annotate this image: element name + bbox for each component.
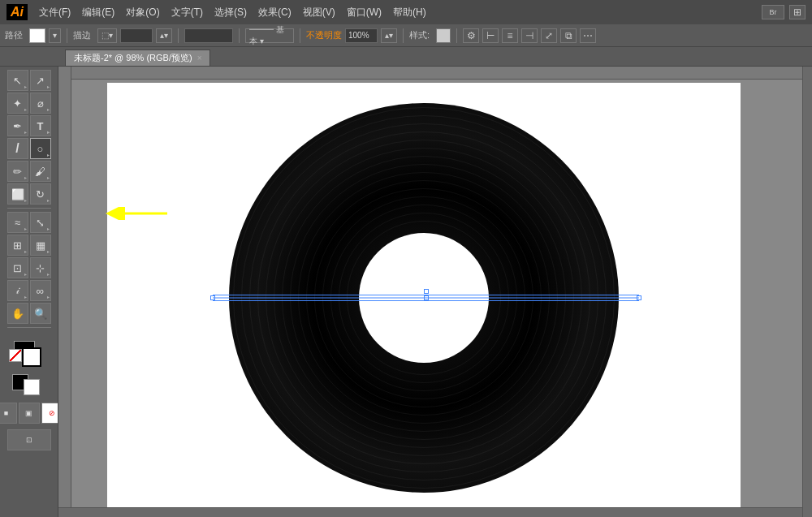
divider-2 <box>178 28 179 43</box>
none-mode-btn[interactable]: ⊘ <box>41 403 59 424</box>
sel-bottom-line <box>213 300 639 301</box>
warp-tool[interactable]: ≈▸ <box>7 212 28 233</box>
vinyl-record <box>229 103 619 493</box>
divider-1 <box>67 28 67 43</box>
tool-row-9: ⊡▸ ⊹▸ <box>7 257 51 278</box>
eraser-tool[interactable]: ⬜▸ <box>7 183 28 205</box>
menu-help[interactable]: 帮助(H) <box>388 4 431 21</box>
menu-file[interactable]: 文件(F) <box>34 4 76 21</box>
eyedropper-tool[interactable]: 𝒾▸ <box>7 280 28 301</box>
ellipse-tool[interactable]: ○▸ <box>30 138 51 159</box>
tool-row-4: / ○▸ <box>7 138 51 159</box>
tool-row-7: ≈▸ ⤡▸ <box>7 212 51 233</box>
divider-6 <box>456 28 457 43</box>
tool-row-1: ↖▸ ↗▸ <box>7 70 51 91</box>
menu-effect[interactable]: 效果(C) <box>253 4 296 21</box>
tool-row-6: ⬜▸ ↻▸ <box>7 183 51 205</box>
select-tool[interactable]: ↖▸ <box>7 70 28 91</box>
document-tab[interactable]: 未标题-2* @ 98% (RGB/预览) × <box>65 50 210 66</box>
extra-tool[interactable]: ⊡ <box>7 429 51 450</box>
stroke-color-btn[interactable] <box>29 28 45 43</box>
transform-btn[interactable]: ⤢ <box>541 28 557 43</box>
opacity-arrow[interactable]: ▴▾ <box>381 28 397 43</box>
lasso-tool[interactable]: ⌀▸ <box>30 93 51 114</box>
tool-row-11: ✋ 🔍 <box>7 303 51 324</box>
pen-tool[interactable]: ✒▸ <box>7 115 28 136</box>
bridge-btn[interactable]: Br <box>762 5 784 19</box>
artboard-tool[interactable]: ⊡▸ <box>7 257 28 278</box>
ai-logo: Ai <box>6 4 28 20</box>
align-center-btn[interactable]: ≡ <box>502 28 518 43</box>
type-tool[interactable]: T▸ <box>30 115 51 136</box>
stroke-input-arrow[interactable]: ▴▾ <box>156 28 172 43</box>
menu-edit[interactable]: 编辑(E) <box>77 4 119 21</box>
title-right: Br ⊞ <box>762 5 806 19</box>
settings-btn[interactable]: ⚙ <box>463 28 479 43</box>
blend-tool[interactable]: ∞▸ <box>30 280 51 301</box>
ruler-vertical <box>58 67 71 507</box>
divider-4 <box>300 28 300 43</box>
direct-select-tool[interactable]: ↗▸ <box>30 70 51 91</box>
scale-tool[interactable]: ⤡▸ <box>30 212 51 233</box>
opacity-label: 不透明度 <box>306 29 342 41</box>
stroke-dropdown-btn[interactable]: ▾ <box>49 28 61 43</box>
white-swatch[interactable] <box>24 379 40 395</box>
more-btn[interactable]: ⋯ <box>580 28 596 43</box>
right-scrollbar[interactable] <box>802 67 812 517</box>
stroke-style-input[interactable] <box>184 28 233 43</box>
arrange-btn[interactable]: ⊞ <box>789 5 806 19</box>
menu-window[interactable]: 窗口(W) <box>342 4 387 21</box>
hand-tool[interactable]: ✋ <box>7 303 28 324</box>
tool-row-2: ✦▸ ⌀▸ <box>7 93 51 114</box>
tool-divider-1 <box>7 208 51 209</box>
stroke-swatch[interactable] <box>22 347 41 367</box>
yellow-arrow <box>102 207 167 218</box>
menu-view[interactable]: 视图(V) <box>298 4 340 21</box>
style-swatch[interactable] <box>436 28 451 43</box>
tool-row-5: ✏▸ 🖌▸ <box>7 161 51 182</box>
graph-tool[interactable]: ▦▸ <box>30 235 51 256</box>
brush-tool[interactable]: 🖌▸ <box>30 161 51 182</box>
zoom-tool[interactable]: 🔍 <box>30 303 51 324</box>
gradient-mode-btn[interactable]: ▣ <box>19 403 40 424</box>
sel-center-line <box>213 298 639 299</box>
tool-row-8: ⊞▸ ▦▸ <box>7 235 51 256</box>
color-swatches: ■ ▣ ⊘ ⊡ <box>0 334 58 450</box>
pencil-tool[interactable]: ✏▸ <box>7 161 28 182</box>
stroke-value-input[interactable] <box>120 28 153 43</box>
align-left-btn[interactable]: ⊢ <box>482 28 499 43</box>
stroke-dash-btn[interactable]: ━━━ 基本 ▾ <box>245 28 294 43</box>
bottom-scrollbar[interactable] <box>58 507 802 517</box>
tab-title: 未标题-2* @ 98% (RGB/预览) <box>74 52 192 64</box>
properties-toolbar: 路径 ▾ 描边 ⬚▾ ▴▾ ━━━ 基本 ▾ 不透明度 98% ▴▾ 样式: ⚙… <box>0 24 812 47</box>
sel-handle-top-center[interactable] <box>424 289 429 294</box>
main-area: ↖▸ ↗▸ ✦▸ ⌀▸ ✒▸ T▸ / ○▸ ✏▸ 🖌▸ ⬜▸ ↻▸ ≈▸ ⤡▸ <box>0 67 812 517</box>
menu-bar: 文件(F) 编辑(E) 对象(O) 文字(T) 选择(S) 效果(C) 视图(V… <box>34 4 431 21</box>
menu-select[interactable]: 选择(S) <box>209 4 252 21</box>
none-swatch[interactable] <box>9 349 22 362</box>
tool-divider-2 <box>7 327 51 328</box>
rotate-tool[interactable]: ↻▸ <box>30 183 51 205</box>
style-label: 样式: <box>409 29 430 41</box>
canvas-page <box>107 83 741 513</box>
divider-3 <box>239 28 240 43</box>
measure-tool[interactable]: ⊹▸ <box>30 257 51 278</box>
align-right-btn[interactable]: ⊣ <box>521 28 538 43</box>
path-label: 路径 <box>5 29 23 41</box>
tool-row-10: 𝒾▸ ∞▸ <box>7 280 51 301</box>
tool-row-3: ✒▸ T▸ <box>7 115 51 136</box>
symbol-tool[interactable]: ⊞▸ <box>7 235 28 256</box>
opacity-input[interactable]: 98% <box>345 28 378 43</box>
magic-wand-tool[interactable]: ✦▸ <box>7 93 28 114</box>
divider-5 <box>403 28 404 43</box>
line-tool[interactable]: / <box>7 138 28 159</box>
selection-bounding-box <box>213 294 639 302</box>
title-bar: Ai 文件(F) 编辑(E) 对象(O) 文字(T) 选择(S) 效果(C) 视… <box>0 0 812 24</box>
menu-type[interactable]: 文字(T) <box>166 4 208 21</box>
arrange-order-btn[interactable]: ⧉ <box>560 28 577 43</box>
canvas-area[interactable] <box>58 67 812 517</box>
tab-close-btn[interactable]: × <box>197 54 202 62</box>
color-mode-btn[interactable]: ■ <box>0 403 17 424</box>
stroke-weight-btn[interactable]: ⬚▾ <box>97 28 117 43</box>
menu-object[interactable]: 对象(O) <box>121 4 164 21</box>
